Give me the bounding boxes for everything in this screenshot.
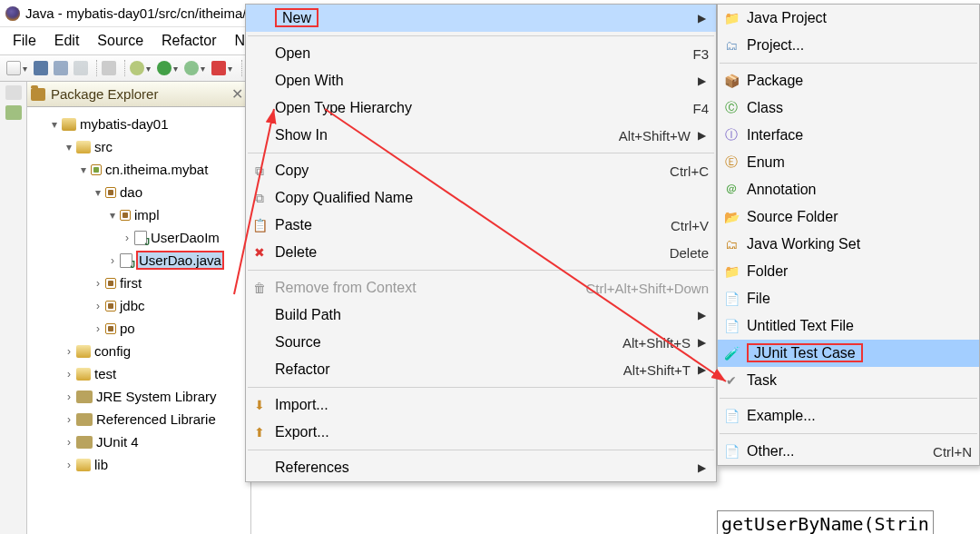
blank-icon: [251, 11, 268, 25]
tree-package-node[interactable]: ›first: [38, 272, 250, 294]
run-icon[interactable]: [157, 61, 172, 75]
submenu-java-project[interactable]: 📁Java Project: [718, 5, 979, 32]
tree-folder[interactable]: ›config: [38, 340, 250, 362]
submenu-junit-test-case[interactable]: 🧪JUnit Test Case: [718, 340, 979, 367]
submenu-example[interactable]: 📄Example...: [718, 402, 979, 430]
tree-src-folder[interactable]: ▾src: [38, 135, 250, 158]
working-set-icon: 🗂: [723, 237, 740, 252]
save-icon[interactable]: [34, 61, 48, 75]
menu-source[interactable]: Source: [88, 29, 152, 53]
menu-separator: [720, 63, 977, 64]
tree-folder[interactable]: ›test: [38, 362, 250, 385]
code-snippet: getUserByName(Strin: [717, 510, 934, 534]
toolbar-separator: [121, 60, 125, 76]
blank-icon: [251, 101, 268, 115]
text-file-icon: 📄: [723, 319, 740, 333]
menu-copy[interactable]: ⧉ Copy Ctrl+C: [246, 157, 716, 184]
accel-label: Ctrl+N: [933, 444, 972, 460]
source-folder-icon: 📂: [723, 210, 740, 224]
submenu-arrow-icon: ▶: [698, 74, 709, 87]
menu-source-sub[interactable]: Source Alt+Shift+S ▶: [246, 329, 716, 356]
submenu-source-folder[interactable]: 📂Source Folder: [718, 203, 979, 231]
print-icon[interactable]: [74, 61, 88, 75]
submenu-arrow-icon: ▶: [698, 336, 709, 349]
submenu-folder[interactable]: 📁Folder: [718, 258, 979, 285]
menu-edit[interactable]: Edit: [45, 29, 89, 53]
debug-icon[interactable]: [130, 61, 144, 75]
menu-show-in[interactable]: Show In Alt+Shift+W ▶: [246, 122, 716, 149]
interface-icon: Ⓘ: [723, 128, 740, 143]
tree-java-file-selected[interactable]: ›UserDao.java: [38, 249, 250, 272]
submenu-package[interactable]: 📦Package: [718, 67, 979, 94]
menu-refactor-sub[interactable]: Refactor Alt+Shift+T ▶: [246, 356, 716, 383]
menu-copy-qualified-name[interactable]: ⧉ Copy Qualified Name: [246, 184, 716, 212]
submenu-project[interactable]: 🗂Project...: [718, 32, 979, 59]
remove-icon: 🗑: [251, 281, 268, 295]
menu-references[interactable]: References ▶: [246, 454, 716, 481]
tree-package-node[interactable]: ▾impl: [38, 203, 250, 226]
menu-build-path[interactable]: Build Path ▶: [246, 302, 716, 329]
package-explorer-header: Package Explorer ✕: [27, 82, 250, 107]
package-explorer-view: Package Explorer ✕ ▾mybatis-day01 ▾src ▾…: [27, 82, 251, 534]
tree-package-node[interactable]: ›jdbc: [38, 294, 250, 317]
menu-export[interactable]: ⬆ Export...: [246, 419, 716, 446]
new-label: New: [275, 8, 318, 27]
dropdown-icon[interactable]: ▾: [227, 64, 233, 74]
submenu-java-working-set[interactable]: 🗂Java Working Set: [718, 231, 979, 258]
menu-remove-from-context: 🗑 Remove from Context Ctrl+Alt+Shift+Dow…: [246, 274, 716, 302]
dropdown-icon[interactable]: ▾: [200, 64, 206, 74]
tree-library[interactable]: ›JUnit 4: [38, 430, 250, 453]
eclipse-icon: [5, 6, 20, 21]
submenu-other[interactable]: 📄Other...Ctrl+N: [718, 438, 979, 465]
new-icon[interactable]: [6, 61, 21, 75]
submenu-task[interactable]: ✔Task: [718, 367, 979, 394]
menu-new[interactable]: New ▶: [246, 5, 716, 32]
submenu-annotation[interactable]: ＠Annotation: [718, 176, 979, 203]
menu-paste[interactable]: 📋 Paste Ctrl+V: [246, 212, 716, 239]
dropdown-icon[interactable]: ▾: [172, 64, 179, 74]
menu-file[interactable]: File: [4, 29, 45, 53]
submenu-file[interactable]: 📄File: [718, 285, 979, 312]
submenu-enum[interactable]: ⒺEnum: [718, 149, 979, 176]
submenu-untitled-text-file[interactable]: 📄Untitled Text File: [718, 312, 979, 340]
build-icon[interactable]: [102, 61, 116, 75]
tree-package-node[interactable]: ▾dao: [38, 181, 250, 203]
external-tools-icon[interactable]: [211, 61, 226, 75]
accel-label: Ctrl+Alt+Shift+Down: [586, 281, 709, 296]
menu-separator: [248, 35, 714, 36]
outline-icon[interactable]: [5, 105, 22, 120]
menu-separator: [248, 450, 714, 450]
menu-open-type-hierarchy[interactable]: Open Type Hierarchy F4: [246, 94, 716, 122]
dropdown-icon[interactable]: ▾: [22, 64, 28, 74]
menu-open-with[interactable]: Open With ▶: [246, 67, 716, 94]
tree-java-file[interactable]: ›UserDaoIm: [38, 226, 250, 249]
submenu-class[interactable]: ⒸClass: [718, 94, 979, 122]
menu-delete[interactable]: ✖ Delete Delete: [246, 239, 716, 266]
save-all-icon[interactable]: [54, 61, 68, 75]
tree-library[interactable]: ›Referenced Librarie: [38, 408, 250, 430]
restore-icon[interactable]: [5, 85, 22, 100]
other-icon: 📄: [723, 444, 740, 459]
tree-library[interactable]: ›JRE System Library: [38, 385, 250, 408]
project-tree[interactable]: ▾mybatis-day01 ▾src ▾cn.itheima.mybat ▾d…: [27, 107, 250, 534]
menu-separator: [720, 398, 977, 399]
tree-folder[interactable]: ›lib: [38, 453, 250, 476]
folder-icon: 📁: [723, 264, 740, 279]
submenu-arrow-icon: ▶: [698, 363, 709, 376]
menu-import[interactable]: ⬇ Import...: [246, 391, 716, 419]
tree-project-node[interactable]: ▾mybatis-day01: [38, 113, 250, 135]
blank-icon: [251, 46, 268, 61]
dropdown-icon[interactable]: ▾: [145, 64, 152, 74]
menu-open[interactable]: Open F3: [246, 40, 716, 67]
tree-package-node[interactable]: ▾cn.itheima.mybat: [38, 158, 250, 181]
coverage-icon[interactable]: [184, 61, 199, 75]
submenu-arrow-icon: ▶: [698, 12, 709, 25]
tree-package-node[interactable]: ›po: [38, 317, 250, 340]
submenu-interface[interactable]: ⒾInterface: [718, 122, 979, 149]
accel-label: Delete: [670, 245, 709, 261]
menu-refactor[interactable]: Refactor: [152, 29, 225, 53]
close-icon[interactable]: ✕: [228, 85, 247, 103]
context-menu: New ▶ Open F3 Open With ▶ Open Type Hier…: [245, 4, 717, 482]
blank-icon: [251, 308, 268, 322]
project-icon: 🗂: [723, 38, 740, 53]
